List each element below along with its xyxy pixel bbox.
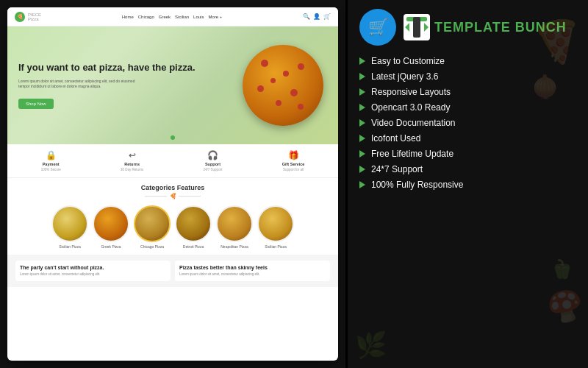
returns-icon: ↩ [129,150,136,160]
logo-icon: 🍕 [15,12,25,22]
slider-dot[interactable] [171,135,175,140]
nav-icons: 🔍 👤 🛒 [303,13,331,20]
pizza-name-0: Sicilian Pizza [59,244,80,249]
feature-support-sub: 24/7 Support [204,168,223,171]
search-icon[interactable]: 🔍 [303,13,310,20]
nav-more[interactable]: More + [208,15,222,19]
pizza-img-1 [93,205,129,242]
categories-title: Categories Features [13,184,332,191]
bottom-card-0-title: The party can't start without pizza. [20,265,166,270]
bg-doodles: 🍕 🍄 🌿 🧅 🫑 [348,0,588,368]
bottom-card-1: Pizza tastes better than skinny feels Lo… [175,261,330,281]
feature-gift-title: Gift Service [282,162,305,166]
bottom-card-0: The party can't start without pizza. Lor… [15,261,171,281]
pizza-img-5 [257,205,294,242]
support-icon: 🎧 [207,150,218,160]
site-nav: Home Chicago Greek Sicilian Louis More + [122,15,223,19]
left-panel: 🍕 🍕 🍄 🍕 PIECE Pizza Home Chicago Greek S… [0,0,345,368]
feature-payment: 🔒 Payment 100% Secure [41,150,61,171]
pizza-img-4 [216,205,253,242]
hero-section: If you want to eat pizza, have the pizza… [7,26,338,144]
nav-louis[interactable]: Louis [193,15,204,19]
right-panel: 🍕 🍄 🌿 🧅 🫑 🛒 TEMPLATE BUNCH [348,0,588,368]
feature-returns: ↩ Returns 30 Day Returns [121,150,143,171]
payment-icon: 🔒 [46,150,57,160]
divider-left [145,196,167,197]
pizza-card-2: Chicago Pizza [134,205,171,249]
pizza-name-5: Sicilian Pizza [265,244,286,249]
logo-text: PIECE Pizza [28,13,41,21]
user-icon[interactable]: 👤 [313,13,320,20]
categories-divider: 🍕 [13,193,332,199]
nav-sicilian[interactable]: Sicilian [175,15,189,19]
feature-support: 🎧 Support 24/7 Support [204,150,223,171]
feature-gift: 🎁 Gift Service Support for all [282,150,305,171]
hero-title: If you want to eat pizza, have the pizza… [18,62,327,74]
pizza-card-3: Detroit Pizza [175,205,212,249]
feature-returns-title: Returns [124,162,140,166]
nav-home[interactable]: Home [122,15,134,19]
cart-icon[interactable]: 🛒 [323,13,331,20]
divider-icon: 🍕 [169,193,176,199]
gift-icon: 🎁 [288,150,299,160]
features-bar: 🔒 Payment 100% Secure ↩ Returns 30 Day R… [7,144,338,178]
bottom-card-1-text: Lorem ipsum dolor sit amet, consectetur … [179,272,326,277]
divider-right [179,196,201,197]
pizza-card-4: Neapolitan Pizza [216,205,253,249]
nav-chicago[interactable]: Chicago [138,15,154,19]
feature-returns-sub: 30 Day Returns [121,168,143,171]
pizza-img-0 [51,205,88,242]
website-preview: 🍕 PIECE Pizza Home Chicago Greek Sicilia… [7,7,338,361]
pizza-grid: Sicilian Pizza Greek Pizza Chicago Pizza… [13,205,332,249]
hero-text: If you want to eat pizza, have the pizza… [18,62,327,109]
site-header: 🍕 PIECE Pizza Home Chicago Greek Sicilia… [7,7,338,26]
feature-gift-sub: Support for all [283,168,304,171]
pizza-img-2 [134,205,171,242]
pizza-name-1: Greek Pizza [101,244,121,249]
pizza-img-3 [175,205,212,242]
pizza-card-5: Sicilian Pizza [257,205,294,249]
pizza-name-3: Detroit Pizza [183,244,204,249]
pizza-name-4: Neapolitan Pizza [220,244,248,249]
bottom-section: The party can't start without pizza. Lor… [7,255,338,287]
hero-desc: Lorem ipsum dolor sit amet, consectetur … [18,79,136,89]
feature-payment-title: Payment [43,162,60,166]
categories-section: Categories Features 🍕 Sicilian Pizza Gre… [7,178,338,255]
pizza-card-1: Greek Pizza [93,205,129,249]
nav-greek[interactable]: Greek [159,15,171,19]
feature-payment-sub: 100% Secure [41,168,61,171]
shop-now-button[interactable]: Shop Now [18,99,54,109]
site-logo: 🍕 PIECE Pizza [15,12,41,22]
pizza-name-2: Chicago Pizza [140,244,164,249]
bottom-card-1-title: Pizza tastes better than skinny feels [179,265,326,270]
pizza-card-0: Sicilian Pizza [51,205,88,249]
feature-support-title: Support [205,162,220,166]
bottom-card-0-text: Lorem ipsum dolor sit amet, consectetur … [20,272,166,277]
